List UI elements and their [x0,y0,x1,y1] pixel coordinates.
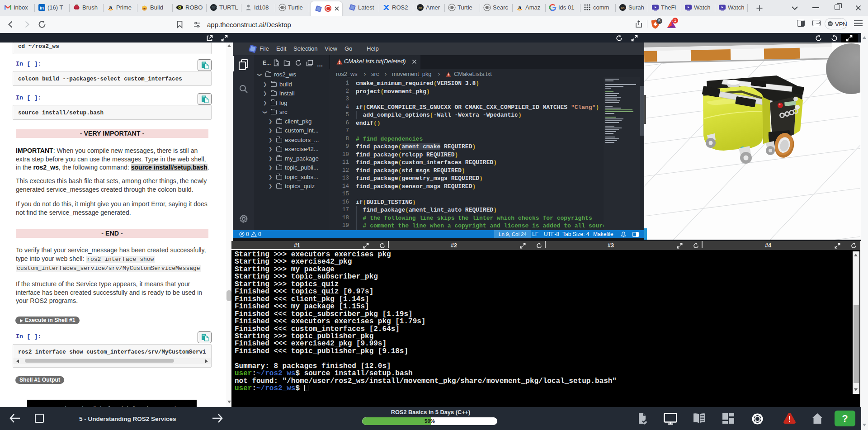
svg-text:ah: ah [419,6,422,9]
svg-text:in: in [40,5,44,10]
svg-text:ah: ah [621,6,625,9]
svg-text:a: a [518,4,521,10]
svg-text:a: a [109,4,112,10]
